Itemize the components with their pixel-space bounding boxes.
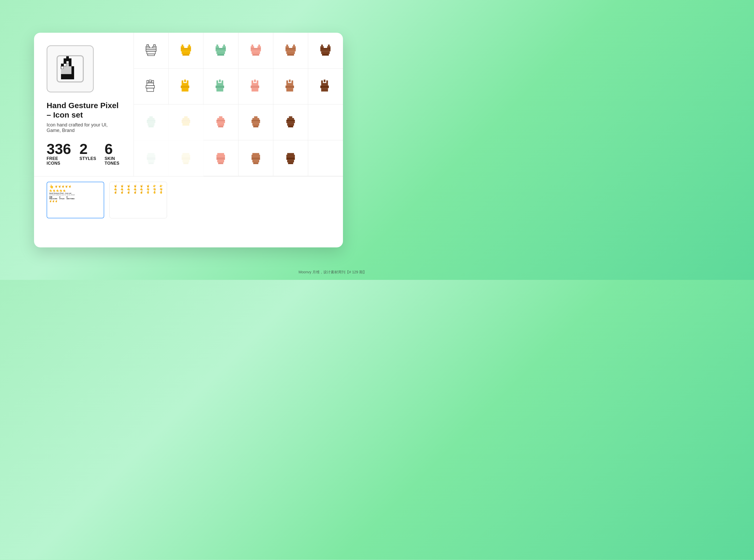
svg-rect-138 [286,120,295,121]
thumb-ti-8: 🤙 [56,189,59,192]
icon-peace-peach [214,116,227,129]
svg-rect-114 [148,118,155,120]
svg-rect-21 [61,72,64,74]
svg-rect-76 [322,54,329,56]
thumb-icons-row-1: 🤘 🤘 🤘 🤘 🤘 [55,185,71,188]
thumb-stat-lbl-1: FREE ICONS [49,198,57,200]
svg-rect-97 [257,80,258,83]
svg-rect-144 [147,157,156,160]
svg-rect-119 [184,116,188,118]
thumb-ti-6: 🤙 [49,189,52,192]
t2i-11: 🤙 [125,188,132,191]
svg-rect-9 [66,64,69,66]
svg-rect-113 [150,116,153,118]
icon-raised-green [214,80,227,93]
svg-rect-128 [217,123,224,126]
icon-rock-outline [144,44,158,57]
svg-rect-80 [147,83,154,86]
grid-cell-r4c5 [273,140,308,176]
grid-cell-r4c3 [203,140,238,176]
icon-peace-brown-dark [284,116,297,129]
stats-row: 336 FREE ICONS 2 STYLES 6 SKIN TONES [46,142,123,166]
left-panel: Hand Gesture Pixel – Icon set Icon hand … [34,33,134,176]
svg-rect-154 [217,157,225,160]
icon-fist-dark [284,151,297,165]
bottom-thumbnails-section: 👆 🤘 🤘 🤘 🤘 🤘 🤙 🤙 🤙 🤙 🤙 [34,176,343,224]
svg-rect-44 [182,54,189,56]
grid-cell-r1c4 [238,33,273,68]
svg-rect-164 [286,157,295,160]
svg-rect-131 [252,118,259,120]
svg-rect-98 [251,83,258,86]
grid-cell-r3c3 [203,104,238,140]
thumb-ti-5: 🤘 [68,185,71,188]
svg-rect-6 [69,61,72,64]
icon-peace-yellow-faded [179,116,193,129]
thumb-stat-num-2: 2 [59,196,64,198]
svg-rect-122 [182,121,190,123]
stat-free-icons: 336 FREE ICONS [46,142,71,166]
svg-rect-134 [252,123,259,126]
svg-rect-90 [219,80,221,82]
top-section: Hand Gesture Pixel – Icon set Icon hand … [34,33,343,176]
thumbnail-card-1[interactable]: 👆 🤘 🤘 🤘 🤘 🤘 🤙 🤙 🤙 🤙 🤙 [46,182,104,218]
svg-rect-85 [187,80,188,83]
svg-rect-139 [286,121,295,123]
svg-rect-7 [61,64,64,66]
svg-rect-103 [291,80,293,83]
svg-rect-36 [148,54,155,56]
svg-rect-71 [320,46,324,48]
svg-rect-73 [320,48,331,50]
svg-rect-55 [251,46,254,48]
svg-rect-159 [251,157,260,160]
svg-rect-70 [328,44,330,46]
t2i-2: 🤘 [119,184,125,187]
svg-rect-161 [253,162,258,164]
svg-rect-105 [285,85,294,88]
svg-rect-11 [61,66,64,69]
svg-rect-1 [64,58,66,61]
svg-rect-35 [147,51,156,54]
icon-fist-brown-med [249,151,263,165]
grid-cell-r3c6-empty [308,104,343,140]
svg-rect-110 [321,83,328,86]
svg-rect-151 [183,162,188,164]
svg-rect-26 [61,74,74,77]
svg-rect-152 [217,153,224,155]
thumb-ti-7: 🤙 [53,189,56,192]
svg-rect-88 [182,88,188,92]
svg-rect-37 [182,44,183,46]
icon-rock-yellow [179,44,193,57]
svg-rect-129 [218,126,223,127]
svg-rect-130 [254,116,257,118]
t2i-4: 🤘 [132,184,138,187]
stat-number-tones: 6 [105,142,123,156]
svg-rect-49 [216,48,226,50]
t2i-20: ✌️ [132,191,138,194]
svg-rect-23 [66,72,69,74]
svg-rect-136 [289,116,292,118]
svg-rect-126 [217,120,225,121]
thumb-stats-1: 336 FREE ICONS 2 STYLES 6 SKIN TONES [49,196,102,200]
icon-fist-outline-faded [144,151,158,165]
grid-cell-r1c3 [203,33,238,68]
svg-rect-32 [153,46,156,48]
svg-rect-101 [286,80,288,83]
thumbnail-card-2[interactable]: 🤘 🤘 🤘 🤘 🤘 🤘 👉 👉 🤙 🤙 🤙 🤙 🤙 👋 👋 👋 [110,182,167,218]
svg-rect-52 [217,54,224,56]
icon-rock-peach [249,44,263,57]
svg-rect-24 [69,72,72,74]
thumb-ti-4: 🤘 [65,185,68,188]
svg-rect-62 [293,44,295,46]
svg-rect-43 [182,51,190,54]
grid-cell-r2c3 [203,68,238,104]
svg-rect-104 [286,83,293,86]
svg-rect-112 [321,88,328,92]
thumb-ti-2: 🤘 [58,185,61,188]
svg-rect-132 [251,120,260,121]
t2i-8: 👉 [158,184,164,187]
svg-rect-13 [66,66,69,69]
thumb-preview-icon-1: 👆 [49,184,54,188]
thumb-stat-num-3: 6 [66,196,74,198]
stat-label-tones: SKIN TONES [105,156,123,166]
